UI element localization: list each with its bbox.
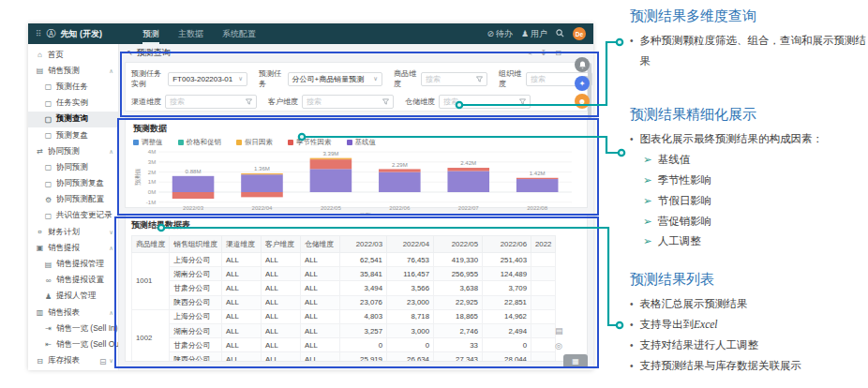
settings-tool-icon[interactable]: ◎ xyxy=(555,341,562,351)
assistant-button[interactable]: ▦ xyxy=(563,354,588,368)
svg-text:0.88M: 0.88M xyxy=(186,169,202,174)
svg-text:1.42M: 1.42M xyxy=(530,171,546,176)
column-header[interactable]: 销售组织维度 xyxy=(170,236,222,253)
sidebar-item-label: 销售提报设置 xyxy=(56,275,104,286)
sidebar-item-销售报表[interactable]: ▥销售报表∧ xyxy=(28,305,118,321)
chevron-up-icon[interactable]: ∧ xyxy=(109,309,113,317)
app-grid-icon[interactable]: ⠿ xyxy=(36,29,42,38)
svg-text:2022/03: 2022/03 xyxy=(183,205,204,211)
sidebar-item-共识值变更记录[interactable]: ▢共识值变更记录 xyxy=(28,208,118,224)
sidebar-item-销售一览 (Sell Out)[interactable]: ⇤销售一览 (Sell Out) xyxy=(28,336,118,352)
search-input[interactable]: 搜索 xyxy=(421,72,487,86)
robot-fab[interactable]: ☻ xyxy=(575,94,590,109)
column-header[interactable]: 仓储维度 xyxy=(300,236,339,253)
legend-item-调整值[interactable]: 调整值 xyxy=(133,138,163,147)
todo-menu[interactable]: ⊘ 待办 xyxy=(486,28,513,40)
chart-title: 预测数据 xyxy=(133,123,579,135)
sidebar-item-财务计划[interactable]: ¤财务计划∨ xyxy=(28,224,118,240)
annotation-bullet: •图表化展示最终预测结果的构成因素： xyxy=(630,129,866,150)
sidebar-item-销售提报[interactable]: ▣销售提报∧ xyxy=(28,240,118,256)
todo-icon: ⊘ xyxy=(486,29,494,38)
chevron-up-icon[interactable]: ∧ xyxy=(109,245,113,252)
sidebar-item-预测复盘[interactable]: ▢预测复盘 xyxy=(28,127,118,143)
search-input[interactable]: 搜索 xyxy=(165,95,257,109)
sidebar-collapse-icon[interactable]: ⊟ xyxy=(99,357,107,366)
cell: ALL xyxy=(300,281,339,295)
toolbar-icons: < ↧ ⊡ xyxy=(528,49,561,57)
annotation-title: 预测结果多维度查询 xyxy=(630,7,866,25)
column-header[interactable]: 商品维度 xyxy=(132,236,170,253)
sidebar-item-销售预测[interactable]: ▤销售预测∧ xyxy=(28,63,118,79)
legend-item-价格和促销[interactable]: 价格和促销 xyxy=(178,138,222,147)
cell: ALL xyxy=(261,338,300,352)
download-icon[interactable]: ↧ xyxy=(541,49,547,57)
share-icon[interactable]: < xyxy=(528,49,532,57)
cell: 上海分公司 xyxy=(170,253,222,267)
filter-select[interactable]: 分公司+商品销量预测∨ xyxy=(288,72,382,86)
cell: ALL xyxy=(261,352,300,362)
page: ⠿ Ⓐ 先知 (开发) 预测主数据系统配置 ⊘ 待办 ♟ 用户 De ⌂首页 xyxy=(0,0,868,388)
tab-系统配置[interactable]: 系统配置 xyxy=(222,28,256,40)
chevron-down-icon[interactable]: ∨ xyxy=(109,357,113,365)
search-input[interactable]: 搜索 xyxy=(439,95,531,109)
user-menu[interactable]: ♟ 用户 xyxy=(521,28,547,40)
cell: ALL xyxy=(221,267,261,281)
placeholder-text: 搜索 xyxy=(307,97,322,107)
column-header[interactable]: 2022/04 xyxy=(386,236,433,253)
sidebar-item-预测任务[interactable]: ▢预测任务 xyxy=(28,79,118,95)
chevron-up-icon[interactable]: ∧ xyxy=(109,148,113,156)
cell: ALL xyxy=(300,267,339,281)
doc-tool-icon[interactable]: ▤ xyxy=(555,326,563,336)
sidebar-item-首页[interactable]: ⌂首页 xyxy=(28,47,118,63)
legend-item-基线值[interactable]: 基线值 xyxy=(347,138,377,147)
sidebar-item-协同预测[interactable]: ⇄协同预测∧ xyxy=(28,143,118,159)
legend-item-季节性因素[interactable]: 季节性因素 xyxy=(288,138,332,147)
sidebar-item-协同预测[interactable]: ▢协同预测 xyxy=(28,159,118,175)
legend-label: 调整值 xyxy=(142,138,163,147)
ai-fab[interactable]: ✦ xyxy=(575,76,590,91)
cell: ALL xyxy=(300,295,339,309)
sidebar: ⌂首页▤销售预测∧▢预测任务▢任务实例▢预测查询▢预测复盘⇄协同预测∧▢协同预测… xyxy=(28,44,119,370)
chevron-down-icon[interactable]: ∨ xyxy=(109,229,113,236)
search-icon[interactable] xyxy=(556,29,564,39)
selected-value: 分公司+商品销量预测 xyxy=(292,74,365,84)
sidebar-item-协同预测配置[interactable]: ⚙协同预测配置 xyxy=(28,192,118,208)
column-header[interactable]: 渠道维度 xyxy=(221,236,261,253)
sidebar-item-提报人管理[interactable]: ♟提报人管理 xyxy=(28,289,118,305)
legend-item-假日因素[interactable]: 假日因素 xyxy=(236,138,273,147)
tab-主数据[interactable]: 主数据 xyxy=(178,28,203,40)
sidebar-item-协同预测复盘[interactable]: ▢协同预测复盘 xyxy=(28,176,118,192)
sidebar-item-销售一览 (Sell In)[interactable]: ⇥销售一览 (Sell In) xyxy=(28,321,118,336)
fullscreen-icon[interactable]: ⊡ xyxy=(555,49,561,57)
subbullet-text: 基线值 xyxy=(658,150,691,171)
sidebar-item-label: 销售预测 xyxy=(48,66,80,77)
column-header[interactable]: 2022 xyxy=(531,236,555,253)
column-header[interactable]: 客户维度 xyxy=(261,236,300,253)
svg-text:2022/08: 2022/08 xyxy=(527,205,548,211)
search-input[interactable]: 搜索 xyxy=(302,95,394,109)
annotation-subbullet: ➢人工调整 xyxy=(630,231,866,252)
sidebar-item-销售提报管理[interactable]: ▤销售提报管理 xyxy=(28,256,118,272)
column-header[interactable]: 2022/05 xyxy=(433,236,482,253)
tab-预测[interactable]: 预测 xyxy=(142,28,159,40)
sidebar-item-label: 销售一览 (Sell Out) xyxy=(56,339,119,351)
cell: ALL xyxy=(261,253,300,267)
cell: 256,955 xyxy=(433,267,482,281)
sidebar-item-任务实例[interactable]: ▢任务实例 xyxy=(28,96,118,112)
vertical-scrollbar[interactable] xyxy=(588,63,591,119)
sidebar-item-销售提报设置[interactable]: ∞销售提报设置 xyxy=(28,273,118,289)
notification-fab[interactable] xyxy=(575,57,590,72)
avatar[interactable]: De xyxy=(573,27,586,40)
bullet-icon: • xyxy=(630,336,634,356)
sidebar-item-预测查询[interactable]: ▢预测查询 xyxy=(28,112,118,127)
bullet-text: 支持预测结果与库存数据关联展示 xyxy=(640,356,802,377)
chevron-up-icon[interactable]: ∧ xyxy=(109,67,113,75)
doc-icon: ▢ xyxy=(44,163,52,172)
sidebar-item-label: 预测任务 xyxy=(56,82,88,93)
column-header[interactable]: 2022/03 xyxy=(339,236,386,253)
table-title: 预测结果数据表 xyxy=(131,219,587,231)
filter-select[interactable]: FT003-202203-01∨ xyxy=(168,72,247,86)
column-header[interactable]: 2022/06 xyxy=(482,236,531,253)
placeholder-text: 搜索 xyxy=(170,97,185,107)
cell: 2,746 xyxy=(433,323,482,337)
